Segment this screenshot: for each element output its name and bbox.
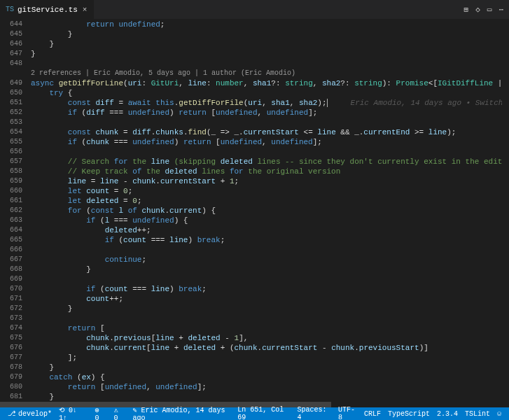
- cursor-position[interactable]: Ln 651, Col 69: [234, 406, 293, 421]
- indentation[interactable]: Spaces: 4: [294, 406, 335, 421]
- more-icon[interactable]: ⋯: [498, 5, 503, 14]
- line-gutter: 6446456466476486496506516526536546556566…: [0, 20, 28, 402]
- encoding[interactable]: UTF-8: [335, 406, 361, 421]
- branch-indicator[interactable]: develop*: [4, 410, 55, 418]
- blame-status[interactable]: ✎ Eric Amodio, 14 days ago: [129, 406, 234, 421]
- compare-icon[interactable]: ⊞: [464, 5, 469, 14]
- tab-bar: TS gitService.ts × ⊞ ◇ ▭ ⋯: [0, 0, 509, 20]
- eol[interactable]: CRLF: [361, 406, 384, 421]
- feedback-icon[interactable]: ☺: [494, 406, 505, 421]
- diff-icon[interactable]: ◇: [475, 5, 480, 14]
- status-bar: develop* ⟲ 0↓ 1↑ ⊗ 0 ⚠ 0 ✎ Eric Amodio, …: [0, 407, 509, 420]
- tab-gitservice[interactable]: TS gitService.ts ×: [0, 0, 95, 19]
- split-icon[interactable]: ▭: [487, 5, 492, 14]
- sync-status[interactable]: ⟲ 0↓ 1↑: [55, 406, 91, 421]
- language-mode[interactable]: TypeScript: [384, 406, 433, 421]
- errors-count[interactable]: ⊗ 0: [91, 406, 110, 421]
- warnings-count[interactable]: ⚠ 0: [110, 406, 129, 421]
- ts-version[interactable]: 2.3.4: [433, 406, 461, 421]
- code-content[interactable]: return undefined; } }}2 references | Eri…: [28, 20, 502, 402]
- typescript-icon: TS: [6, 6, 14, 13]
- editor[interactable]: 6446456466476486496506516526536546556566…: [0, 20, 509, 402]
- tslint[interactable]: TSLint: [461, 406, 494, 421]
- minimap[interactable]: [502, 20, 509, 402]
- branch-icon: [8, 410, 16, 418]
- close-icon[interactable]: ×: [81, 6, 89, 14]
- editor-actions: ⊞ ◇ ▭ ⋯: [464, 5, 510, 14]
- tab-filename: gitService.ts: [18, 6, 78, 14]
